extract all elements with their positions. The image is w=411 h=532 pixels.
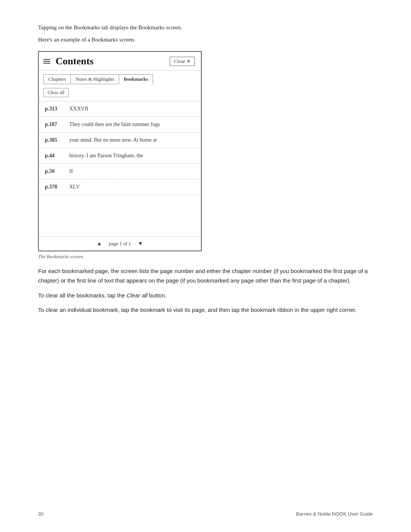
bookmark-page: p.313 bbox=[45, 106, 63, 112]
bookmark-text: XLV bbox=[69, 184, 80, 190]
bookmark-row[interactable]: p.50II bbox=[39, 164, 201, 179]
bookmark-row[interactable]: p.378XLV bbox=[39, 179, 201, 195]
bookmark-row[interactable]: p.313XXXVII bbox=[39, 101, 201, 117]
intro-line2: Here's an example of a Bookmarks screen. bbox=[38, 35, 373, 44]
empty-area bbox=[39, 195, 201, 237]
bookmark-page: p.187 bbox=[45, 121, 63, 128]
prev-page-button[interactable]: ▲ bbox=[97, 241, 102, 247]
tab-chapters[interactable]: Chapters bbox=[43, 74, 71, 84]
dialog-title: Contents bbox=[56, 56, 94, 67]
page-info: page 1 of 1 bbox=[109, 241, 131, 247]
footer-page-number: 30 bbox=[38, 511, 43, 517]
body-paragraph-1: For each bookmarked page, the screen lis… bbox=[38, 267, 373, 286]
pagination-row: ▲ page 1 of 1 ▼ bbox=[39, 237, 201, 251]
body-paragraph-3: To clear an individual bookmark, tap the… bbox=[38, 305, 373, 315]
tab-notes-highlights[interactable]: Notes & Highlights bbox=[70, 74, 119, 84]
clear-all-button[interactable]: Clear all bbox=[43, 88, 68, 97]
bookmark-text: history. I am Parson Tringham, the bbox=[69, 153, 143, 159]
body-paragraph-2: To clear all the bookmarks, tap the Clea… bbox=[38, 291, 373, 300]
caption: The Bookmarks screen. bbox=[38, 254, 373, 260]
close-button[interactable]: Close ✕ bbox=[170, 57, 195, 66]
bookmark-page: p.385 bbox=[45, 137, 63, 143]
bookmark-list: p.313XXXVIIp.187They could then see the … bbox=[39, 101, 201, 195]
device-frame: Contents Close ✕ Chapters Notes & Highli… bbox=[38, 51, 202, 251]
header-left: Contents bbox=[43, 56, 94, 67]
intro-line1: Tapping on the Bookmarks tab displays th… bbox=[38, 23, 373, 32]
footer-title: Barnes & Noble NOOK User Guide bbox=[296, 511, 373, 517]
bookmark-row[interactable]: p.385your mind. But no more now. At home… bbox=[39, 133, 201, 148]
bookmark-page: p.44 bbox=[45, 153, 63, 159]
bookmark-text: II bbox=[69, 168, 73, 174]
bookmark-row[interactable]: p.187They could then see the faint summe… bbox=[39, 117, 201, 133]
hamburger-icon bbox=[43, 59, 50, 64]
bookmark-text: your mind. But no more now. At home at bbox=[69, 137, 157, 143]
bookmark-text: They could then see the faint summer fog… bbox=[69, 121, 160, 128]
next-page-button[interactable]: ▼ bbox=[138, 241, 143, 247]
clear-all-row: Clear all bbox=[39, 84, 201, 101]
tab-bookmarks[interactable]: Bookmarks bbox=[119, 74, 153, 84]
footer: 30 Barnes & Noble NOOK User Guide bbox=[38, 511, 373, 517]
tabs-row: Chapters Notes & Highlights Bookmarks bbox=[39, 70, 201, 84]
bookmark-text: XXXVII bbox=[69, 106, 88, 112]
dialog-header: Contents Close ✕ bbox=[39, 52, 201, 70]
bookmark-page: p.378 bbox=[45, 184, 63, 190]
bookmark-page: p.50 bbox=[45, 168, 63, 174]
bookmark-row[interactable]: p.44history. I am Parson Tringham, the bbox=[39, 148, 201, 164]
